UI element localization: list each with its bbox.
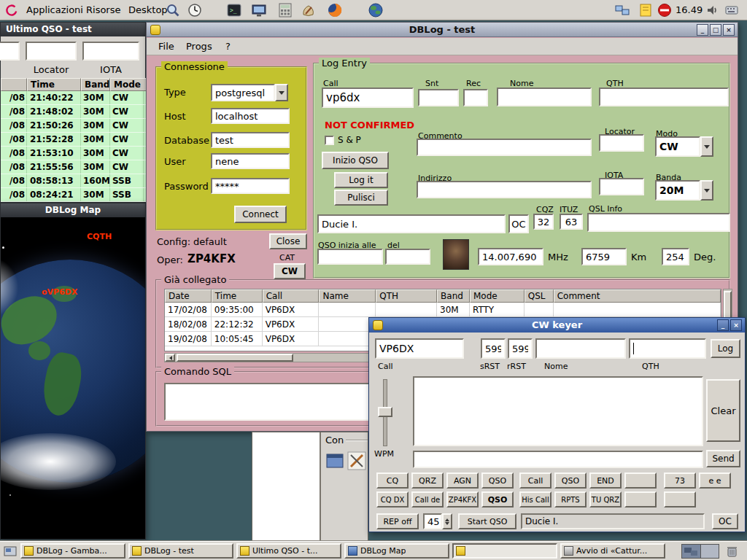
ultimo-header-mode[interactable]: Mode: [110, 78, 147, 91]
trash-icon[interactable]: [725, 544, 739, 560]
taskbar-item-avvio-cattura[interactable]: Avvio di «Cattur...: [560, 543, 665, 559]
keyer-send-field[interactable]: [413, 451, 703, 468]
firefox-icon[interactable]: [327, 2, 343, 18]
keyer-send-button[interactable]: Send: [706, 450, 740, 467]
col-call[interactable]: Call: [263, 289, 320, 303]
close-button[interactable]: ×: [730, 319, 742, 331]
menu-progs[interactable]: Progs: [182, 38, 217, 55]
col-name[interactable]: Name: [319, 289, 376, 303]
macro-cqdx-button[interactable]: CQ DX: [376, 491, 409, 508]
close-button[interactable]: ×: [723, 24, 735, 36]
distro-menu-icon[interactable]: [4, 2, 20, 18]
qsl-info-field[interactable]: [587, 213, 730, 232]
password-field[interactable]: [211, 178, 290, 194]
nome-field[interactable]: [497, 88, 592, 106]
qso-row[interactable]: /0808:58:13160MSSB: [1, 174, 147, 188]
macro-tuqrz-button[interactable]: TU QRZ: [589, 491, 622, 508]
keyer-rrst-field[interactable]: [508, 338, 533, 359]
window-list-icon[interactable]: [4, 545, 17, 560]
ultimo-titlebar[interactable]: Ultimo QSO - test: [1, 23, 145, 36]
chevron-down-icon[interactable]: [700, 180, 713, 201]
locator-field[interactable]: [599, 134, 644, 152]
macro-rpts-button[interactable]: RPTS: [554, 491, 587, 508]
window-thumbnail-icon[interactable]: [325, 451, 344, 473]
iota-field[interactable]: [599, 178, 644, 195]
ultimo-locator-field[interactable]: [26, 42, 77, 61]
terminal-icon[interactable]: >_: [226, 2, 242, 18]
map-titlebar[interactable]: DBLog Map: [1, 203, 145, 217]
qth-field[interactable]: [599, 88, 729, 106]
macro-qso-bold-button[interactable]: QSO: [481, 491, 514, 508]
panel-clock[interactable]: 16.49: [676, 0, 703, 20]
col-mode[interactable]: Mode: [470, 289, 525, 303]
keyer-nome-field[interactable]: [535, 338, 626, 359]
connect-button[interactable]: Connect: [234, 206, 287, 223]
menu-file[interactable]: File: [154, 38, 179, 55]
ultimo-header-band[interactable]: Band: [81, 78, 110, 91]
volume-icon[interactable]: [705, 2, 721, 18]
del-field[interactable]: [385, 249, 430, 265]
macro-hiscall-button[interactable]: His Call: [519, 491, 551, 508]
col-date[interactable]: Date: [165, 289, 212, 303]
banda-select[interactable]: 20M: [655, 180, 713, 201]
notes-icon[interactable]: [638, 2, 654, 18]
search-icon[interactable]: [165, 2, 181, 18]
log-it-button[interactable]: Log it: [334, 172, 388, 188]
macro-blank-button[interactable]: [624, 472, 657, 489]
db-type-select[interactable]: postgresql: [211, 84, 288, 101]
workspace-2[interactable]: [701, 545, 719, 558]
calculator-icon[interactable]: [277, 2, 293, 18]
chevron-down-icon[interactable]: [700, 136, 713, 157]
qso-row[interactable]: /0821:52:2830MCW: [1, 133, 147, 147]
macro-qso-button[interactable]: QSO: [481, 472, 514, 489]
maximize-button[interactable]: □: [710, 24, 721, 36]
qso-row[interactable]: /0821:40:2230MCW: [1, 91, 147, 105]
keyer-log-button[interactable]: Log: [711, 339, 740, 358]
spinner-arrows[interactable]: [442, 513, 452, 529]
macro-mycall-button[interactable]: ZP4KFX: [446, 491, 479, 508]
paint-tool-icon[interactable]: [301, 2, 317, 18]
qso-start-field[interactable]: [317, 249, 383, 265]
keyer-message-area[interactable]: [413, 376, 703, 446]
col-comment[interactable]: Comment: [554, 289, 721, 303]
workspace-switcher[interactable]: [681, 544, 719, 559]
macro-73-button[interactable]: 73: [664, 472, 696, 489]
globe-icon[interactable]: [368, 2, 384, 18]
taskbar-item-cw-keyer[interactable]: [452, 543, 557, 559]
database-field[interactable]: [211, 132, 290, 148]
network-icon[interactable]: [614, 2, 630, 18]
ultimo-header-time[interactable]: Time: [27, 78, 81, 91]
cw-mode-button[interactable]: CW: [274, 263, 306, 279]
screenshot-icon[interactable]: [251, 2, 267, 18]
keyer-srst-field[interactable]: [481, 338, 506, 359]
menu-risorse[interactable]: Risorse: [82, 0, 125, 20]
macro-agn-button[interactable]: AGN: [446, 472, 479, 489]
keyboard-indicator-icon[interactable]: [724, 2, 740, 18]
col-qth[interactable]: QTH: [376, 289, 437, 303]
col-time[interactable]: Time: [212, 289, 263, 303]
macro-callde-button[interactable]: Call de: [411, 491, 444, 508]
workspace-1[interactable]: [682, 545, 701, 558]
qso-row[interactable]: /0808:24:2130MSSB: [1, 188, 147, 202]
snt-field[interactable]: [418, 89, 459, 106]
macro-blank3-button[interactable]: [664, 491, 696, 508]
pulisci-button[interactable]: Pulisci: [334, 190, 388, 206]
rep-off-button[interactable]: REP off: [376, 513, 419, 529]
minimize-button[interactable]: _: [717, 319, 729, 331]
clock-launcher-icon[interactable]: [187, 2, 203, 18]
keyer-call-field[interactable]: [375, 338, 464, 359]
menu-help[interactable]: ?: [221, 38, 235, 55]
draw-tools-icon[interactable]: [347, 451, 366, 473]
commento-field[interactable]: [417, 139, 592, 156]
qso-row[interactable]: /0821:53:1030MCW: [1, 147, 147, 160]
qso-row[interactable]: /0821:48:0230MCW: [1, 105, 147, 119]
indirizzo-field[interactable]: [417, 181, 592, 198]
call-field[interactable]: [322, 88, 414, 108]
qso-row[interactable]: /0821:55:5630MCW: [1, 160, 147, 174]
speed-spinner[interactable]: 45: [423, 513, 454, 529]
sp-checkbox[interactable]: S & P: [325, 135, 361, 145]
main-titlebar[interactable]: DBLog - test _ □ ×: [147, 23, 738, 37]
taskbar-item-dblog-test[interactable]: DBLog - test: [128, 543, 233, 559]
macro-cq-button[interactable]: CQ: [376, 472, 409, 489]
modo-select[interactable]: CW: [655, 136, 713, 157]
